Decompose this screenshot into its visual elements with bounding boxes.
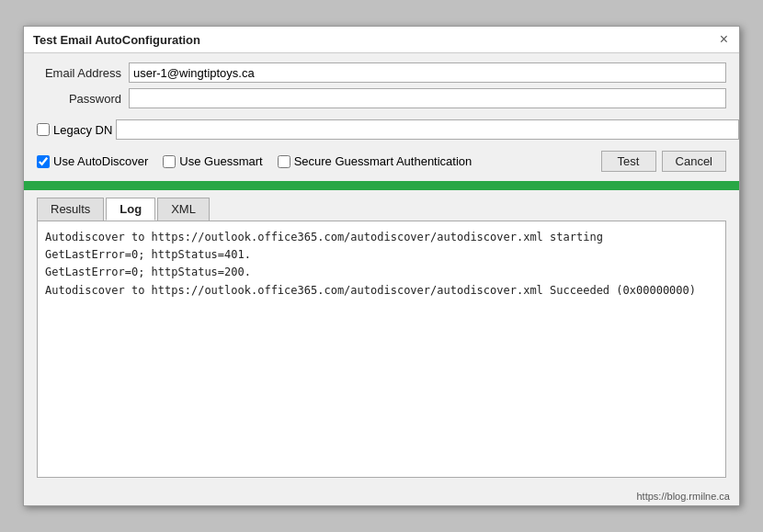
- use-guessmart-checkbox[interactable]: [163, 155, 176, 168]
- button-group: Test Cancel: [601, 151, 726, 172]
- window-title: Test Email AutoConfiguration: [33, 33, 200, 47]
- tabs-area: Results Log XML: [24, 190, 739, 221]
- tab-xml[interactable]: XML: [157, 198, 210, 221]
- secure-guessmart-checkbox[interactable]: [278, 155, 290, 168]
- legacy-dn-checkbox[interactable]: [37, 123, 50, 136]
- use-guessmart-item: Use Guessmart: [163, 154, 262, 168]
- email-row: Email Address: [37, 62, 726, 83]
- secure-guessmart-item: Secure Guessmart Authentication: [278, 154, 473, 168]
- form-area: Email Address Password: [24, 53, 739, 119]
- use-autodiscover-checkbox[interactable]: [37, 155, 50, 168]
- legacy-dn-row: Legacy DN: [24, 119, 739, 140]
- title-bar: Test Email AutoConfiguration ×: [24, 27, 739, 53]
- email-input[interactable]: [129, 62, 726, 83]
- test-button[interactable]: Test: [601, 151, 656, 172]
- use-autodiscover-item: Use AutoDiscover: [37, 154, 148, 168]
- use-guessmart-label: Use Guessmart: [179, 154, 262, 168]
- log-line: GetLastError=0; httpStatus=200.: [45, 264, 718, 281]
- options-row: Use AutoDiscover Use Guessmart Secure Gu…: [24, 145, 739, 177]
- email-label: Email Address: [37, 66, 129, 80]
- footer-link: https://blog.rmilne.ca: [637, 491, 731, 502]
- log-content-area: Autodiscover to https://outlook.office36…: [37, 221, 726, 478]
- log-line: Autodiscover to https://outlook.office36…: [45, 282, 718, 300]
- close-button[interactable]: ×: [718, 32, 730, 47]
- legacy-dn-input[interactable]: [116, 119, 739, 140]
- progress-bar: [24, 181, 739, 190]
- tab-results[interactable]: Results: [37, 198, 104, 221]
- cancel-button[interactable]: Cancel: [662, 151, 726, 172]
- log-line: GetLastError=0; httpStatus=401.: [45, 246, 718, 264]
- tab-log[interactable]: Log: [106, 198, 155, 221]
- password-input[interactable]: [129, 88, 726, 108]
- legacy-dn-checkbox-item: Legacy DN: [37, 123, 116, 137]
- secure-guessmart-label: Secure Guessmart Authentication: [294, 154, 473, 168]
- main-window: Test Email AutoConfiguration × Email Add…: [23, 26, 740, 506]
- legacy-dn-label: Legacy DN: [53, 123, 112, 137]
- log-line: Autodiscover to https://outlook.office36…: [45, 229, 718, 246]
- password-row: Password: [37, 88, 726, 108]
- footer: https://blog.rmilne.ca: [24, 487, 739, 505]
- password-label: Password: [37, 92, 129, 106]
- use-autodiscover-label: Use AutoDiscover: [53, 154, 148, 168]
